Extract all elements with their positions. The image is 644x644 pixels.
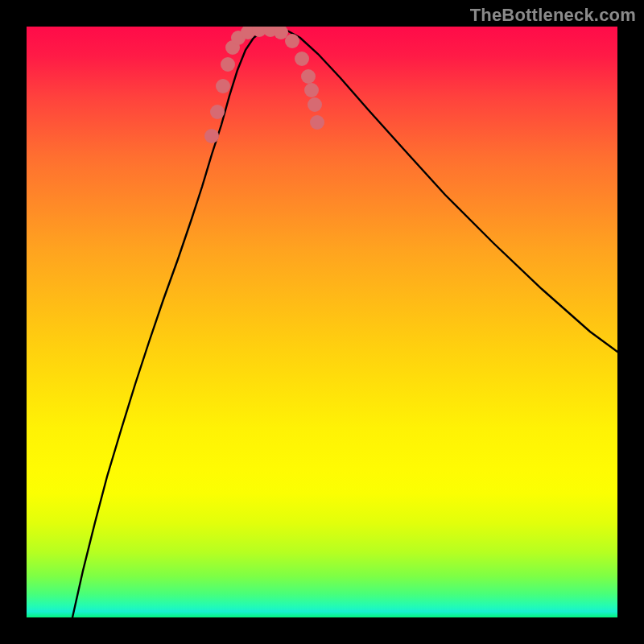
marker-dot: [285, 34, 299, 48]
bottleneck-curve: [72, 27, 617, 617]
chart-svg: [27, 27, 617, 617]
marker-dot: [304, 83, 319, 97]
chart-frame: TheBottleneck.com: [0, 0, 644, 644]
marker-dot: [310, 115, 324, 130]
watermark-text: TheBottleneck.com: [470, 5, 636, 26]
marker-dot: [301, 69, 316, 84]
marker-dot: [308, 97, 322, 112]
marker-dot: [295, 52, 309, 66]
plot-area: [27, 27, 617, 617]
marker-dot: [204, 129, 219, 143]
marker-dot: [216, 79, 230, 93]
marker-dot: [210, 105, 225, 119]
marker-dot: [221, 57, 235, 72]
